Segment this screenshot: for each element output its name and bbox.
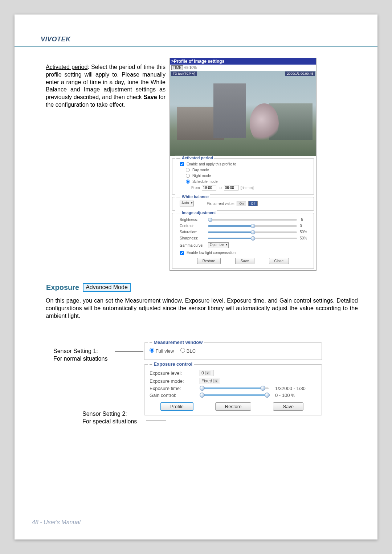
time-format-hint: [hh:mm] <box>241 186 254 190</box>
time-button[interactable]: TIME <box>171 65 183 70</box>
day-mode-label: Day mode <box>192 168 209 172</box>
collapse-icon[interactable]: — <box>176 156 180 160</box>
exposure-title: Exposure <box>46 283 79 292</box>
brightness-label: Brightness: <box>180 218 205 222</box>
activated-period-fieldset: —Activated period Enable and apply this … <box>172 158 314 195</box>
activated-period-paragraph: Activated period: Select the period of t… <box>46 63 166 109</box>
to-label: to <box>219 186 221 190</box>
chevron-down-icon: ▾ <box>205 371 211 375</box>
save-button[interactable]: Save <box>235 258 254 264</box>
gain-control-label: Gain control: <box>150 393 193 398</box>
brand: VIVOTEK <box>41 36 71 43</box>
sensor1-line <box>115 351 143 352</box>
gain-control-value: 0 - 100 % <box>275 393 295 398</box>
sharpness-label: Sharpness: <box>180 236 205 240</box>
exposure-mode-select[interactable]: Fixed▾ <box>200 378 220 384</box>
exposure-level-select[interactable]: 0▾ <box>200 370 213 376</box>
time-row: TIME 69.10% <box>170 65 316 71</box>
white-balance-fieldset: —White balance Auto Fix current value: O… <box>172 197 314 211</box>
advanced-mode-badge: Advanced Mode <box>83 283 131 292</box>
sensor-block: Sensor Setting 1: For normal situations … <box>53 340 322 431</box>
time-pct: 69.10% <box>184 66 197 70</box>
wb-off-button[interactable]: Off <box>248 201 258 206</box>
save-button[interactable]: Save <box>273 402 303 411</box>
exposure-control-fieldset: –Exposure control Exposure level: 0▾ Exp… <box>144 364 322 415</box>
measurement-legend: –Measurement window <box>148 340 204 345</box>
sensor-setting-1: Sensor Setting 1: For normal situations <box>53 348 107 363</box>
day-mode-radio[interactable] <box>186 168 190 172</box>
collapse-icon[interactable]: – <box>150 340 152 345</box>
schedule-mode-label: Schedule mode <box>192 180 218 184</box>
full-view-option[interactable]: Full view <box>150 348 174 354</box>
sensor2-line <box>146 420 166 420</box>
white-balance-legend: —White balance <box>175 194 210 199</box>
exposure-level-label: Exposure level: <box>150 370 193 376</box>
activated-period-label: Activated period <box>46 64 87 70</box>
saturation-slider[interactable] <box>208 231 297 233</box>
image-adjustment-legend: —Image adjustment <box>175 210 217 215</box>
gamma-select[interactable]: Optimize <box>208 242 229 248</box>
night-mode-radio[interactable] <box>186 174 190 178</box>
from-input[interactable] <box>202 185 216 190</box>
from-label: From <box>191 186 200 190</box>
contrast-value: 0 <box>300 224 311 228</box>
close-button[interactable]: Close <box>269 258 289 264</box>
profile-button[interactable]: Profile <box>160 402 193 411</box>
low-light-checkbox[interactable] <box>180 251 184 255</box>
gamma-label: Gamma curve: <box>180 243 205 247</box>
measurement-window-fieldset: –Measurement window Full view BLC <box>144 342 322 360</box>
saturation-value: 50% <box>300 230 311 234</box>
exposure-heading: Exposure Advanced Mode <box>46 283 131 292</box>
exposure-paragraph: On this page, you can set the Measuremen… <box>46 297 358 320</box>
gain-control-slider[interactable] <box>200 394 269 396</box>
control-panel: –Measurement window Full view BLC –Expos… <box>144 340 322 420</box>
blc-option[interactable]: BLC <box>180 348 196 354</box>
night-mode-label: Night mode <box>192 174 211 178</box>
exposure-time-value: 1/32000 - 1/30 <box>275 386 306 391</box>
chevron-down-icon: ▾ <box>213 379 219 383</box>
header-divider <box>15 46 377 47</box>
schedule-mode-radio[interactable] <box>186 180 190 184</box>
wb-on-button[interactable]: On <box>237 201 246 206</box>
sharpness-value: 50% <box>300 236 311 240</box>
collapse-icon[interactable]: – <box>150 361 152 367</box>
brightness-value: -5 <box>300 218 311 222</box>
blc-radio[interactable] <box>180 348 185 353</box>
collapse-icon[interactable]: — <box>176 210 180 215</box>
sharpness-slider[interactable] <box>208 238 297 239</box>
restore-button[interactable]: Restore <box>197 258 221 264</box>
collapse-icon[interactable]: — <box>176 194 180 199</box>
profile-panel: >Profile of image settings TIME 69.10% F… <box>170 58 317 271</box>
sensor-setting-2: Sensor Setting 2: For special situations <box>82 410 137 426</box>
save-word: Save <box>143 94 157 100</box>
full-view-radio[interactable] <box>150 348 154 353</box>
activated-period-legend: —Activated period <box>175 156 214 160</box>
wb-mode-select[interactable]: Auto <box>180 201 194 206</box>
camera-timestamp: 2000/1/1 00:00:45 <box>285 71 315 76</box>
fix-current-label: Fix current value: <box>207 202 235 206</box>
to-input[interactable] <box>224 185 238 190</box>
page: VIVOTEK Activated period: Select the per… <box>15 15 377 539</box>
video-preview: FD test(TCP-V) 2000/1/1 00:00:45 <box>170 71 316 156</box>
enable-profile-label: Enable and apply this profile to <box>187 162 236 166</box>
camera-label: FD test(TCP-V) <box>171 71 197 76</box>
exposure-time-label: Exposure time: <box>150 386 193 391</box>
exposure-mode-label: Exposure mode: <box>150 378 193 384</box>
image-adjustment-fieldset: —Image adjustment Brightness: -5 Contras… <box>172 213 314 269</box>
saturation-label: Saturation: <box>180 230 205 234</box>
enable-profile-checkbox[interactable] <box>180 162 184 166</box>
contrast-slider[interactable] <box>208 225 297 227</box>
profile-title: >Profile of image settings <box>170 58 316 65</box>
brightness-slider[interactable] <box>208 219 297 221</box>
exposure-control-legend: –Exposure control <box>148 361 194 367</box>
contrast-label: Contrast: <box>180 224 205 228</box>
page-footer: 48 - User's Manual <box>32 519 81 526</box>
exposure-time-slider[interactable] <box>200 387 269 389</box>
restore-button[interactable]: Restore <box>215 402 252 411</box>
low-light-label: Enable low light compensation <box>187 251 236 255</box>
